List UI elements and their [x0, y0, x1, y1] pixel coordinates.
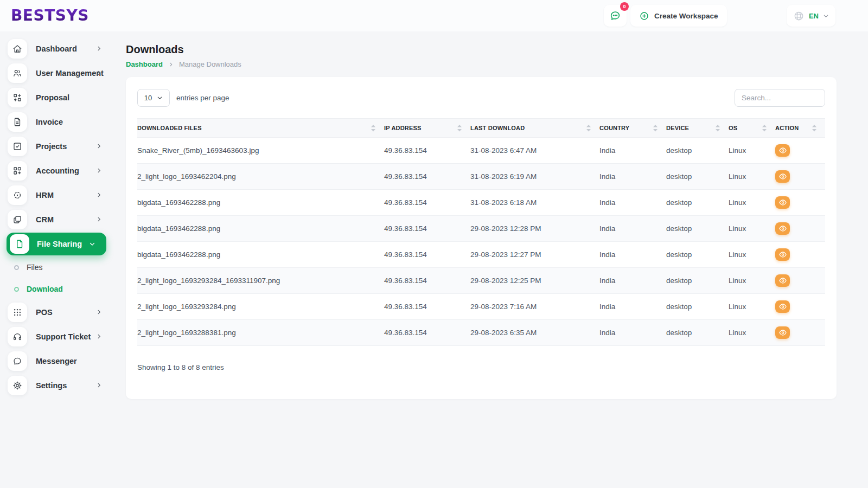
topbar — [0, 0, 868, 31]
table-row: bigdata_1693462288.png 49.36.83.154 31-0… — [137, 190, 825, 216]
column-header-downloaded-files[interactable]: DOWNLOADED FILES — [137, 119, 384, 138]
sidebar-item-messenger[interactable]: Messenger — [0, 349, 119, 373]
os: Linux — [729, 268, 775, 294]
table-row: bigdata_1693462288.png 49.36.83.154 29-0… — [137, 242, 825, 268]
os: Linux — [729, 242, 775, 268]
country: India — [599, 190, 666, 216]
view-button[interactable] — [775, 222, 790, 235]
breadcrumb-dashboard-link[interactable]: Dashboard — [126, 60, 163, 68]
chevron-right-icon — [96, 192, 102, 198]
column-header-action[interactable]: ACTION — [775, 119, 825, 138]
chat-button[interactable]: 0 — [604, 5, 627, 27]
file-name: 2_light_logo_1693293284.png — [137, 294, 384, 320]
eye-icon — [779, 226, 787, 232]
last-download: 29-08-2023 6:35 AM — [470, 320, 599, 346]
view-button[interactable] — [775, 144, 790, 157]
plus-circle-icon — [639, 11, 649, 21]
column-header-os[interactable]: OS — [729, 119, 775, 138]
device: desktop — [666, 294, 729, 320]
view-button[interactable] — [775, 300, 790, 313]
column-header-country[interactable]: COUNTRY — [599, 119, 666, 138]
circle-bullet-icon — [14, 265, 19, 270]
sidebar-subitem-download[interactable]: Download — [0, 278, 119, 300]
view-button[interactable] — [775, 248, 790, 261]
chevron-down-icon — [823, 13, 829, 19]
table-row: Snake_River_(5mb)_1693463603.jpg 49.36.8… — [137, 138, 825, 164]
search-input[interactable] — [735, 89, 825, 107]
gear-icon — [8, 376, 27, 395]
pos-icon — [8, 303, 27, 322]
page-size-select[interactable]: 10 — [137, 89, 170, 107]
file-name: bigdata_1693462288.png — [137, 242, 384, 268]
column-header-ip-address[interactable]: IP ADDRESS — [384, 119, 470, 138]
last-download: 29-08-2023 12:27 PM — [470, 242, 599, 268]
support-ticket-icon — [8, 327, 27, 346]
language-selector[interactable]: EN — [787, 5, 835, 27]
country: India — [599, 138, 666, 164]
device: desktop — [666, 320, 729, 346]
os: Linux — [729, 216, 775, 242]
chevron-right-icon — [96, 168, 102, 174]
sidebar-item-settings[interactable]: Settings — [0, 373, 119, 397]
chevron-down-icon — [157, 95, 163, 101]
view-button[interactable] — [775, 196, 790, 209]
chevron-down-icon — [89, 241, 95, 247]
messenger-icon — [8, 351, 27, 371]
file-name: 2_light_logo_1693288381.png — [137, 320, 384, 346]
sidebar-item-crm[interactable]: CRM — [0, 207, 119, 232]
ip-address: 49.36.83.154 — [384, 268, 470, 294]
eye-icon — [779, 252, 787, 258]
file-name: 2_light_logo_1693462204.png — [137, 164, 384, 190]
sidebar-item-pos[interactable]: POS — [0, 300, 119, 324]
sidebar-item-accounting[interactable]: Accounting — [0, 158, 119, 183]
table-row: bigdata_1693462288.png 49.36.83.154 29-0… — [137, 216, 825, 242]
device: desktop — [666, 190, 729, 216]
chevron-right-icon — [96, 143, 102, 149]
accounting-icon — [8, 161, 27, 181]
ip-address: 49.36.83.154 — [384, 320, 470, 346]
view-button[interactable] — [775, 170, 790, 183]
eye-icon — [779, 200, 787, 206]
sort-icon — [716, 125, 720, 132]
table-row: 2_light_logo_1693293284.png 49.36.83.154… — [137, 294, 825, 320]
downloads-table: DOWNLOADED FILES IP ADDRESS LAST DOWNLOA… — [137, 118, 825, 346]
sidebar-item-file-sharing[interactable]: File Sharing — [7, 233, 106, 255]
chevron-right-icon — [96, 216, 102, 222]
sidebar-subitem-files[interactable]: Files — [0, 256, 119, 278]
last-download: 29-08-2023 12:28 PM — [470, 216, 599, 242]
column-header-last-download[interactable]: LAST DOWNLOAD — [470, 119, 599, 138]
sidebar-item-invoice[interactable]: Invoice — [0, 110, 119, 134]
sidebar-item-proposal[interactable]: Proposal — [0, 85, 119, 110]
circle-bullet-icon — [14, 287, 19, 292]
country: India — [599, 164, 666, 190]
last-download: 29-08-2023 12:25 PM — [470, 268, 599, 294]
crm-icon — [8, 210, 27, 229]
hrm-icon — [8, 185, 27, 205]
breadcrumb: Dashboard Manage Downloads — [126, 60, 837, 68]
table-row: 2_light_logo_1693293284_1693311907.png 4… — [137, 268, 825, 294]
view-button[interactable] — [775, 326, 790, 339]
country: India — [599, 216, 666, 242]
column-header-device[interactable]: DEVICE — [666, 119, 729, 138]
table-row: 2_light_logo_1693288381.png 49.36.83.154… — [137, 320, 825, 346]
device: desktop — [666, 242, 729, 268]
last-download: 29-08-2023 7:16 AM — [470, 294, 599, 320]
sidebar-item-support-ticket[interactable]: Support Ticket — [0, 324, 119, 349]
ip-address: 49.36.83.154 — [384, 164, 470, 190]
chevron-right-icon — [96, 46, 102, 52]
chevron-right-icon — [168, 62, 174, 67]
sidebar-item-user-management[interactable]: User Management — [0, 61, 119, 85]
view-button[interactable] — [775, 274, 790, 287]
chevron-right-icon — [96, 309, 102, 315]
os: Linux — [729, 294, 775, 320]
sidebar-item-dashboard[interactable]: Dashboard — [0, 36, 119, 61]
file-name: bigdata_1693462288.png — [137, 190, 384, 216]
create-workspace-button[interactable]: Create Workspace — [630, 5, 727, 27]
sidebar-item-projects[interactable]: Projects — [0, 134, 119, 158]
device: desktop — [666, 164, 729, 190]
sidebar: BESTSYS Dashboard User Management P — [0, 0, 119, 488]
file-name: Snake_River_(5mb)_1693463603.jpg — [137, 138, 384, 164]
os: Linux — [729, 190, 775, 216]
ip-address: 49.36.83.154 — [384, 190, 470, 216]
sidebar-item-hrm[interactable]: HRM — [0, 183, 119, 207]
